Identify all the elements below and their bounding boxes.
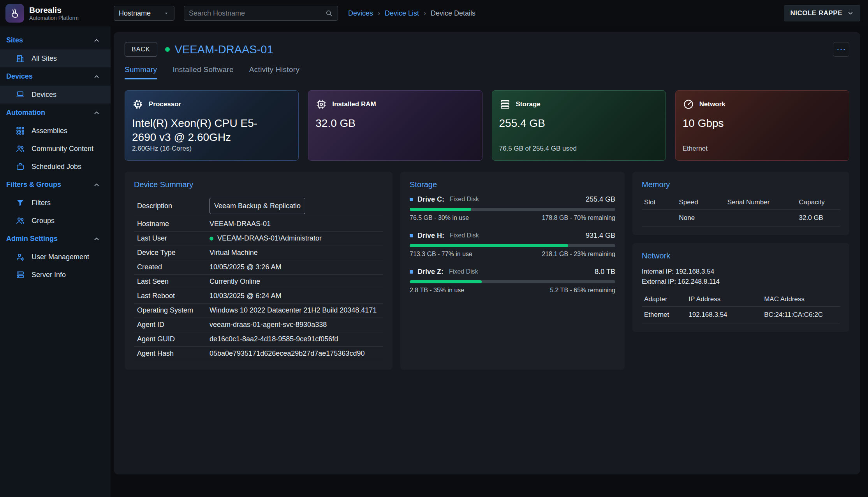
memory-table-header: Slot Speed Serial Number Capacity [642,195,840,210]
drive-used-text: 76.5 GB - 30% in use [410,214,469,221]
back-button[interactable]: BACK [125,42,157,57]
user-menu-button[interactable]: NICOLE RAPPE [784,5,860,21]
sidebar-section-sites[interactable]: Sites [0,31,111,49]
summary-row-label: Device Type [137,249,210,257]
right-column: Memory Slot Speed Serial Number Capacity… [632,172,849,370]
storage-card: Storage 255.4 GB 76.5 GB of 255.4 GB use… [492,90,666,161]
sidebar-section-admin-settings[interactable]: Admin Settings [0,230,111,248]
chevron-down-icon [847,10,854,17]
sidebar-item-groups[interactable]: Groups [0,212,111,230]
grid-icon [16,126,25,135]
memory-panel-title: Memory [642,180,840,189]
drive-remaining-text: 5.2 TB - 65% remaining [550,287,615,294]
sidebar-item-label: Assemblies [32,127,67,135]
external-ip: External IP: 162.248.8.114 [642,277,840,287]
sidebar-section-filters-groups[interactable]: Filters & Groups [0,176,111,194]
network-table-header: Adapter IP Address MAC Address [642,292,840,307]
drive-bullet-icon [410,198,413,201]
installed-ram-card: Installed RAM 32.0 GB [308,90,482,161]
summary-row-value: VEEAM-DRAAS-01 [210,220,271,228]
memory-header-serial: Serial Number [727,198,799,206]
drive-name: Drive Z: [417,268,444,276]
network-panel: Network Internal IP: 192.168.3.54 Extern… [632,243,849,332]
search-icon [325,9,333,17]
summary-row-value: veeam-draas-01-agent-svc-8930a338 [210,321,327,329]
sidebar-section-label: Devices [6,72,33,81]
sidebar-section-automation[interactable]: Automation [0,104,111,122]
sidebar-item-label: Groups [32,217,55,225]
device-name: VEEAM-DRAAS-01 [175,43,273,56]
more-actions-button[interactable]: ⋯ [833,42,849,57]
sidebar-item-filters[interactable]: Filters [0,194,111,212]
summary-row-value: de16c0c1-8aa2-4d18-9585-9ce91cf056fd [210,335,338,343]
network-mac: BC:24:11:CA:C6:2C [764,311,838,319]
description-input[interactable] [210,198,305,214]
summary-row-label: Last Seen [137,277,210,286]
sidebar-section-label: Automation [6,109,45,117]
memory-panel: Memory Slot Speed Serial Number Capacity… [632,172,849,235]
drive-usage-bar [410,244,615,247]
breadcrumb: Devices › Device List › Device Details [348,9,475,18]
tab-installed-software[interactable]: Installed Software [173,65,233,79]
hostname-filter-dropdown[interactable]: Hostname [114,6,174,21]
sidebar-item-all-sites[interactable]: All Sites [0,49,111,67]
breadcrumb-separator: › [378,9,380,18]
card-label: Network [699,100,725,108]
search-box [184,6,338,21]
memory-header-speed: Speed [679,198,727,206]
sidebar-item-devices[interactable]: Devices [0,86,111,104]
sidebar-item-user-management[interactable]: User Management [0,248,111,266]
drive-usage-bar [410,208,615,211]
device-summary-panel: Device Summary Description Hostname VEEA… [125,172,393,370]
tab-summary[interactable]: Summary [125,65,157,79]
summary-row-agent-guid: Agent GUID de16c0c1-8aa2-4d18-9585-9ce91… [134,332,383,347]
search-input[interactable] [189,9,325,18]
breadcrumb-device-details: Device Details [431,9,475,18]
drive-usage-bar [410,280,615,283]
summary-row-label: Last User [137,234,210,242]
summary-row-value: Windows 10 2022 Datacenter 21H2 Build 20… [210,306,377,314]
borealis-logo-icon [5,4,24,23]
storage-panel-title: Storage [410,180,615,189]
summary-row-label: Operating System [137,306,210,314]
drive-name: Drive H: [417,232,444,240]
gauge-icon [683,98,694,110]
memory-chip-icon [315,98,327,110]
server-icon [16,270,25,279]
sidebar-item-assemblies[interactable]: Assemblies [0,122,111,140]
drive-h-row: Drive H: Fixed Disk 931.4 GB 713.3 GB - … [410,232,615,258]
drive-z-row: Drive Z: Fixed Disk 8.0 TB 2.8 TB - 35% … [410,268,615,294]
chevron-up-icon [93,73,100,81]
drive-size: 255.4 GB [586,195,615,204]
chevron-down-icon [163,10,169,16]
network-card: Network 10 Gbps Ethernet [675,90,849,161]
summary-row-operating-system: Operating System Windows 10 2022 Datacen… [134,304,383,318]
breadcrumb-device-list[interactable]: Device List [385,9,419,18]
summary-row-last-reboot: Last Reboot 10/03/2025 @ 6:24 AM [134,289,383,304]
drive-name: Drive C: [417,195,444,204]
people-icon [16,216,25,225]
drive-type: Fixed Disk [450,232,479,239]
sidebar-item-server-info[interactable]: Server Info [0,266,111,284]
sidebar-item-label: All Sites [32,54,57,63]
sidebar-section-devices[interactable]: Devices [0,67,111,86]
building-icon [16,54,25,63]
chevron-up-icon [93,235,100,243]
ram-footer [315,145,475,153]
drive-usage-fill [410,208,471,211]
network-header-mac: MAC Address [764,295,838,303]
sidebar-item-community-content[interactable]: Community Content [0,140,111,158]
cpu-icon [132,98,144,110]
breadcrumb-separator: › [424,9,426,18]
tab-activity-history[interactable]: Activity History [249,65,299,79]
drive-used-text: 2.8 TB - 35% in use [410,287,464,294]
sidebar-item-scheduled-jobs[interactable]: Scheduled Jobs [0,158,111,176]
summary-row-agent-id: Agent ID veeam-draas-01-agent-svc-8930a3… [134,318,383,332]
breadcrumb-devices[interactable]: Devices [348,9,373,18]
network-adapter: Ethernet [644,311,688,319]
briefcase-icon [16,162,25,171]
sidebar: Sites All Sites Devices Devices Automati… [0,26,111,497]
drive-bullet-icon [410,234,413,237]
brand: Borealis Automation Platform [0,4,111,23]
summary-row-value: 10/03/2025 @ 6:24 AM [210,292,281,300]
